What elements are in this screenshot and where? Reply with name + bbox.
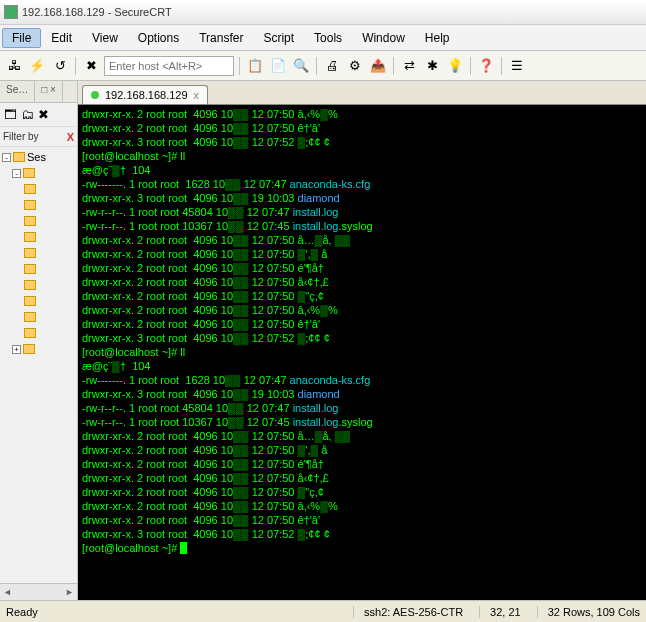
terminal-line: drwxr-xr-x. 2 root root 4096 10▒▒ 12 07:… xyxy=(82,443,642,457)
print-icon[interactable]: 🖨 xyxy=(322,56,342,76)
tools-icon[interactable]: ✱ xyxy=(422,56,442,76)
folder-icon xyxy=(24,200,36,210)
folder-icon xyxy=(24,264,36,274)
terminal-line: drwxr-xr-x. 2 root root 4096 10▒▒ 12 07:… xyxy=(82,275,642,289)
tree-collapse-icon[interactable]: - xyxy=(2,153,11,162)
terminal-line: drwxr-xr-x. 2 root root 4096 10▒▒ 12 07:… xyxy=(82,485,642,499)
menu-options[interactable]: Options xyxy=(128,28,189,48)
send-icon[interactable]: 📤 xyxy=(368,56,388,76)
folder-icon xyxy=(24,280,36,290)
terminal-line: æ@ç¨▒† 104 xyxy=(82,163,642,177)
sidebar: Se… □ × 🗔 🗂 ✖ Filter by X -Ses - + xyxy=(0,81,78,600)
transfer-icon[interactable]: ⇄ xyxy=(399,56,419,76)
menu-edit[interactable]: Edit xyxy=(41,28,82,48)
terminal-line: -rw-------. 1 root root 1628 10▒▒ 12 07:… xyxy=(82,373,642,387)
menu-file[interactable]: File xyxy=(2,28,41,48)
sessions-icon[interactable]: ☰ xyxy=(507,56,527,76)
separator xyxy=(393,57,394,75)
terminal-line: drwxr-xr-x. 2 root root 4096 10▒▒ 12 07:… xyxy=(82,233,642,247)
properties-icon[interactable]: ⚙ xyxy=(345,56,365,76)
terminal-line: drwxr-xr-x. 2 root root 4096 10▒▒ 12 07:… xyxy=(82,471,642,485)
folder-icon xyxy=(23,344,35,354)
tab-close-icon[interactable]: x xyxy=(194,89,200,101)
copy-icon[interactable]: 📋 xyxy=(245,56,265,76)
terminal-line: drwxr-xr-x. 2 root root 4096 10▒▒ 12 07:… xyxy=(82,247,642,261)
find-icon[interactable]: 🔍 xyxy=(291,56,311,76)
terminal-line: drwxr-xr-x. 2 root root 4096 10▒▒ 12 07:… xyxy=(82,107,642,121)
status-cipher: ssh2: AES-256-CTR xyxy=(353,606,463,618)
main-panel: 192.168.168.129 x drwxr-xr-x. 2 root roo… xyxy=(78,81,646,600)
new-session-icon[interactable]: 🗔 xyxy=(4,107,17,122)
paste-icon[interactable]: 📄 xyxy=(268,56,288,76)
connected-indicator-icon xyxy=(91,91,99,99)
tips-icon[interactable]: 💡 xyxy=(445,56,465,76)
content-area: Se… □ × 🗔 🗂 ✖ Filter by X -Ses - + xyxy=(0,81,646,600)
clear-filter-icon[interactable]: X xyxy=(67,131,74,143)
delete-icon[interactable]: ✖ xyxy=(38,107,49,122)
terminal-line: drwxr-xr-x. 2 root root 4096 10▒▒ 12 07:… xyxy=(82,499,642,513)
help-icon[interactable]: ❓ xyxy=(476,56,496,76)
terminal-tabstrip: 192.168.168.129 x xyxy=(78,81,646,105)
reconnect-icon[interactable]: ↺ xyxy=(50,56,70,76)
terminal-line: drwxr-xr-x. 2 root root 4096 10▒▒ 12 07:… xyxy=(82,317,642,331)
menu-help[interactable]: Help xyxy=(415,28,460,48)
terminal-line: drwxr-xr-x. 2 root root 4096 10▒▒ 12 07:… xyxy=(82,457,642,471)
terminal-line: drwxr-xr-x. 2 root root 4096 10▒▒ 12 07:… xyxy=(82,429,642,443)
title-bar: 192.168.168.129 - SecureCRT xyxy=(0,0,646,25)
status-bar: Ready ssh2: AES-256-CTR 32, 21 32 Rows, … xyxy=(0,600,646,622)
tab-label: 192.168.168.129 xyxy=(105,89,188,101)
terminal-line: drwxr-xr-x. 3 root root 4096 10▒▒ 12 07:… xyxy=(82,331,642,345)
terminal-tab[interactable]: 192.168.168.129 x xyxy=(82,85,208,104)
terminal-line: drwxr-xr-x. 3 root root 4096 10▒▒ 12 07:… xyxy=(82,527,642,541)
separator xyxy=(75,57,76,75)
folder-icon xyxy=(23,168,35,178)
terminal-line: drwxr-xr-x. 3 root root 4096 10▒▒ 19 10:… xyxy=(82,191,642,205)
folder-icon xyxy=(24,216,36,226)
folder-icon xyxy=(24,184,36,194)
host-input[interactable] xyxy=(104,56,234,76)
status-size: 32 Rows, 109 Cols xyxy=(537,606,640,618)
terminal-line: drwxr-xr-x. 3 root root 4096 10▒▒ 19 10:… xyxy=(82,387,642,401)
terminal-line: drwxr-xr-x. 2 root root 4096 10▒▒ 12 07:… xyxy=(82,303,642,317)
terminal-line: drwxr-xr-x. 2 root root 4096 10▒▒ 12 07:… xyxy=(82,261,642,275)
terminal-line: -rw-r--r--. 1 root root 45804 10▒▒ 12 07… xyxy=(82,205,642,219)
tree-expand-icon[interactable]: + xyxy=(12,345,21,354)
menu-transfer[interactable]: Transfer xyxy=(189,28,253,48)
filter-label: Filter by xyxy=(3,131,39,142)
filter-row: Filter by X xyxy=(0,127,77,147)
menu-window[interactable]: Window xyxy=(352,28,415,48)
connect-icon[interactable]: 🖧 xyxy=(4,56,24,76)
sidebar-scrollbar[interactable]: ◄► xyxy=(0,583,77,600)
sidebar-tab-sessions[interactable]: Se… xyxy=(0,81,35,102)
folder-icon xyxy=(24,296,36,306)
folder-icon xyxy=(24,248,36,258)
separator xyxy=(316,57,317,75)
tree-collapse-icon[interactable]: - xyxy=(12,169,21,178)
sidebar-toolbar: 🗔 🗂 ✖ xyxy=(0,103,77,127)
tree-root-label[interactable]: Ses xyxy=(27,151,46,163)
terminal[interactable]: drwxr-xr-x. 2 root root 4096 10▒▒ 12 07:… xyxy=(78,105,646,600)
separator xyxy=(239,57,240,75)
menu-script[interactable]: Script xyxy=(253,28,304,48)
menu-view[interactable]: View xyxy=(82,28,128,48)
menu-tools[interactable]: Tools xyxy=(304,28,352,48)
app-icon xyxy=(4,5,18,19)
folder-icon xyxy=(24,328,36,338)
terminal-line: æ@ç¨▒† 104 xyxy=(82,359,642,373)
new-folder-icon[interactable]: 🗂 xyxy=(21,107,34,122)
sidebar-tab-close[interactable]: □ × xyxy=(35,81,63,102)
terminal-line: -rw-r--r--. 1 root root 10367 10▒▒ 12 07… xyxy=(82,415,642,429)
terminal-line: -rw-r--r--. 1 root root 10367 10▒▒ 12 07… xyxy=(82,219,642,233)
status-ready: Ready xyxy=(6,606,38,618)
disconnect-icon[interactable]: ✖ xyxy=(81,56,101,76)
session-tree[interactable]: -Ses - + xyxy=(0,147,77,583)
terminal-line: [root@localhost ~]# ll xyxy=(82,149,642,163)
window-title: 192.168.168.129 - SecureCRT xyxy=(22,6,172,18)
terminal-line: drwxr-xr-x. 2 root root 4096 10▒▒ 12 07:… xyxy=(82,121,642,135)
quick-connect-icon[interactable]: ⚡ xyxy=(27,56,47,76)
terminal-line: -rw-r--r--. 1 root root 45804 10▒▒ 12 07… xyxy=(82,401,642,415)
terminal-line: [root@localhost ~]# xyxy=(82,541,642,555)
separator xyxy=(501,57,502,75)
menu-bar: File Edit View Options Transfer Script T… xyxy=(0,25,646,51)
terminal-line: [root@localhost ~]# ll xyxy=(82,345,642,359)
